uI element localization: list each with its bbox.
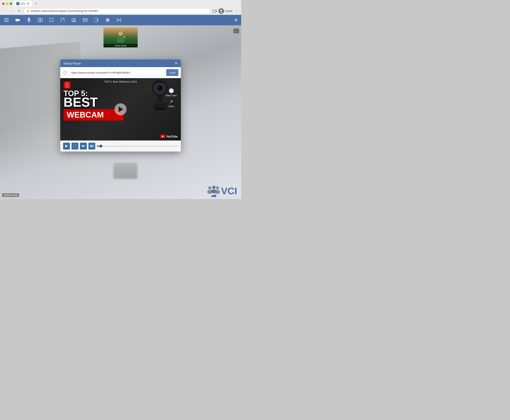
svg-marker-1 [216, 10, 217, 12]
video-content: TOP 5: Best Webcams 2021 TOPTECHNOW TOP … [60, 78, 181, 141]
chat-icon[interactable] [48, 17, 55, 23]
top-tech-badge: TOPTECHNOW [63, 81, 71, 89]
url-text: m4demo.videoconferencinginfo.com/meeting… [30, 9, 98, 12]
svg-marker-30 [211, 194, 217, 197]
back-btn[interactable]: ← [2, 8, 8, 14]
share-btn[interactable]: ↗ Share [168, 99, 174, 107]
svg-marker-16 [73, 18, 75, 20]
browser-address-bar: ← → ↻ 🔒 m4demo.videoconferencinginfo.com… [0, 7, 241, 15]
person-figure [116, 31, 126, 43]
person-body [117, 37, 124, 43]
youtube-logo: YouTube [160, 135, 178, 138]
forward-btn[interactable]: → [9, 8, 15, 14]
yt-logo-text: YouTube [166, 135, 178, 138]
close-traffic-light[interactable] [2, 2, 5, 5]
progress-bar[interactable] [97, 145, 178, 147]
microphone-icon[interactable] [26, 17, 32, 23]
tab-favicon: V [16, 2, 20, 5]
app-toolbar: ✕ [0, 15, 241, 25]
tab-close-btn[interactable]: ✕ [26, 2, 30, 5]
tab-title: VCI [21, 2, 25, 5]
camera-device-icon [212, 9, 217, 13]
svg-rect-4 [4, 20, 9, 21]
watch-later-btn[interactable]: 🕐 Watch later [166, 88, 177, 97]
svg-point-36 [153, 107, 167, 111]
participant-name: David Smith [104, 44, 138, 47]
svg-point-34 [158, 86, 162, 90]
person-hand [124, 36, 125, 38]
person-head [118, 31, 123, 36]
svg-point-26 [212, 186, 215, 189]
minimize-traffic-light[interactable] [6, 2, 8, 5]
vci-logo: VCI [206, 185, 237, 197]
svg-rect-19 [94, 18, 97, 22]
maximize-traffic-light[interactable] [10, 2, 12, 5]
svg-rect-0 [213, 10, 216, 12]
address-bar[interactable]: 🔒 m4demo.videoconferencinginfo.com/meeti… [24, 8, 211, 14]
svg-marker-14 [39, 19, 41, 21]
profile-label: Guest [225, 9, 232, 12]
svg-point-35 [158, 86, 159, 88]
browser-title-bar: V VCI ✕ + [0, 0, 241, 7]
video-area: TOP 5: Best Webcams 2021 TOPTECHNOW TOP … [60, 78, 181, 141]
best-text: BEST [63, 97, 123, 108]
participant-thumbnail: David Smith [104, 27, 138, 47]
load-btn[interactable]: Load [166, 69, 179, 76]
vci-people-icon [206, 185, 220, 197]
media-player-dialog: Media Player ✕ 🕐 Load TOP 5: Best Webcam… [60, 60, 181, 151]
new-tab-btn[interactable]: + [34, 1, 38, 6]
video-camera-icon[interactable] [15, 17, 21, 23]
top-badge: TOPTECHNOW [63, 81, 123, 89]
svg-marker-38 [82, 145, 84, 148]
svg-point-24 [208, 186, 211, 189]
video-controls-bar [60, 141, 181, 151]
traffic-lights [2, 2, 12, 5]
dialog-title: Media Player [63, 62, 81, 65]
more-options-btn[interactable]: ··· [233, 29, 239, 33]
webcam-text: WEBCAM [67, 110, 104, 119]
mute-btn[interactable] [80, 143, 87, 150]
svg-rect-3 [4, 18, 9, 19]
webcam-label-bg: WEBCAM [63, 109, 123, 120]
close-app-btn[interactable]: ✕ [234, 17, 238, 23]
url-input[interactable] [69, 69, 164, 76]
share-icon: ↗ [169, 99, 173, 104]
svg-rect-5 [4, 21, 9, 22]
yt-play-triangle [162, 135, 164, 137]
progress-knob[interactable] [99, 145, 102, 148]
youtube-controls: 🕐 Watch later ↗ Share [166, 88, 177, 107]
svg-marker-41 [90, 145, 92, 148]
svg-rect-6 [15, 19, 18, 21]
browser-menu-btn[interactable]: ⋮ [234, 9, 239, 13]
watch-later-label: Watch later [166, 94, 177, 97]
play-btn[interactable] [63, 143, 70, 150]
email-icon[interactable] [82, 17, 88, 23]
svg-point-28 [216, 186, 219, 189]
playlist-icon[interactable] [71, 17, 77, 23]
yt-logo-icon [160, 135, 165, 138]
svg-marker-7 [18, 19, 20, 21]
main-content: David Smith ··· Isabella Heal VCI Media … [0, 25, 241, 199]
dialog-close-btn[interactable]: ✕ [175, 61, 178, 65]
history-icon[interactable]: 🕐 [63, 70, 67, 75]
volume-btn[interactable] [88, 143, 95, 150]
menu-icon[interactable] [3, 17, 10, 23]
broadcast-icon[interactable] [116, 17, 122, 23]
browser-tab[interactable]: V VCI ✕ [14, 1, 32, 7]
isabella-label: Isabella Heal [2, 193, 19, 197]
svg-point-2 [220, 10, 222, 11]
enter-room-icon[interactable] [93, 17, 100, 23]
svg-rect-8 [28, 18, 30, 21]
svg-point-23 [118, 20, 120, 21]
vci-brand-text: VCI [221, 186, 237, 196]
svg-marker-37 [65, 145, 68, 148]
record-icon[interactable] [105, 17, 111, 23]
play-overlay-btn[interactable] [114, 103, 127, 115]
profile-area: Guest [218, 8, 232, 14]
fullscreen-btn[interactable] [72, 143, 78, 150]
watch-later-icon: 🕐 [169, 88, 174, 93]
document-icon[interactable] [60, 17, 66, 23]
screen-share-icon[interactable] [37, 17, 43, 23]
refresh-btn[interactable]: ↻ [16, 8, 22, 14]
blurry-arm [113, 163, 137, 179]
